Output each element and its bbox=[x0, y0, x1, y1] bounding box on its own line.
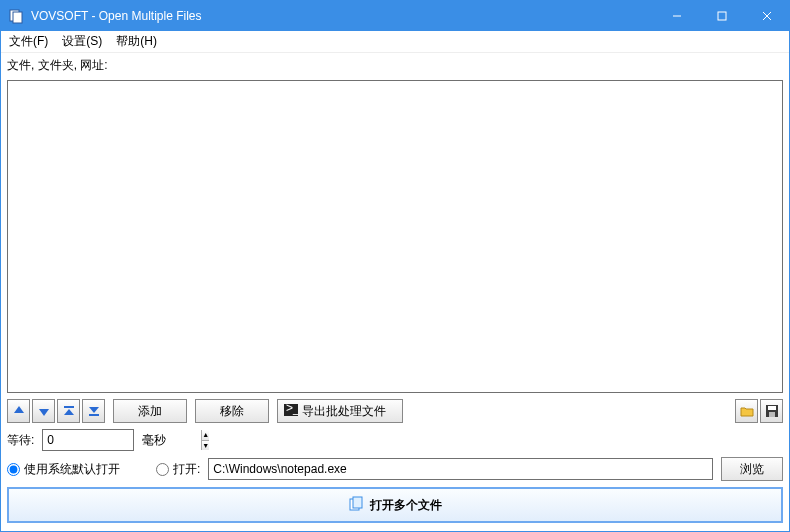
wait-label: 等待: bbox=[7, 432, 34, 449]
radio-open-with-input[interactable] bbox=[156, 463, 169, 476]
ms-label: 毫秒 bbox=[142, 432, 166, 449]
svg-rect-14 bbox=[353, 497, 362, 508]
remove-button[interactable]: 移除 bbox=[195, 399, 269, 423]
add-button[interactable]: 添加 bbox=[113, 399, 187, 423]
close-button[interactable] bbox=[744, 1, 789, 31]
move-top-button[interactable] bbox=[57, 399, 80, 423]
radio-use-default-input[interactable] bbox=[7, 463, 20, 476]
open-multiple-label: 打开多个文件 bbox=[370, 497, 442, 514]
svg-text:>_: >_ bbox=[286, 404, 298, 415]
radio-use-default[interactable]: 使用系统默认打开 bbox=[7, 461, 120, 478]
menu-help[interactable]: 帮助(H) bbox=[116, 33, 157, 50]
list-toolbar: 添加 移除 >_ 导出批处理文件 bbox=[7, 399, 783, 423]
minimize-button[interactable] bbox=[654, 1, 699, 31]
move-bottom-button[interactable] bbox=[82, 399, 105, 423]
export-batch-button[interactable]: >_ 导出批处理文件 bbox=[277, 399, 403, 423]
open-multiple-button[interactable]: 打开多个文件 bbox=[7, 487, 783, 523]
add-button-label: 添加 bbox=[138, 403, 162, 420]
export-batch-label: 导出批处理文件 bbox=[302, 403, 386, 420]
app-icon bbox=[9, 8, 25, 24]
wait-row: 等待: ▲ ▼ 毫秒 bbox=[7, 429, 783, 451]
window-controls bbox=[654, 1, 789, 31]
svg-rect-3 bbox=[718, 12, 726, 20]
spin-up-button[interactable]: ▲ bbox=[202, 430, 209, 441]
menu-file[interactable]: 文件(F) bbox=[9, 33, 48, 50]
radio-open-with-label: 打开: bbox=[173, 461, 200, 478]
open-list-button[interactable] bbox=[735, 399, 758, 423]
wait-input-wrapper: ▲ ▼ bbox=[42, 429, 134, 451]
move-up-button[interactable] bbox=[7, 399, 30, 423]
radio-open-with[interactable]: 打开: bbox=[156, 461, 200, 478]
svg-rect-11 bbox=[768, 406, 776, 410]
terminal-icon: >_ bbox=[284, 404, 298, 419]
radio-use-default-label: 使用系统默认打开 bbox=[24, 461, 120, 478]
files-icon bbox=[348, 496, 364, 515]
titlebar: VOVSOFT - Open Multiple Files bbox=[1, 1, 789, 31]
file-list[interactable] bbox=[7, 80, 783, 393]
open-path-input[interactable]: C:\Windows\notepad.exe bbox=[208, 458, 713, 480]
browse-button[interactable]: 浏览 bbox=[721, 457, 783, 481]
menubar: 文件(F) 设置(S) 帮助(H) bbox=[1, 31, 789, 53]
spin-down-button[interactable]: ▼ bbox=[202, 441, 209, 451]
remove-button-label: 移除 bbox=[220, 403, 244, 420]
window-title: VOVSOFT - Open Multiple Files bbox=[31, 9, 654, 23]
browse-button-label: 浏览 bbox=[740, 461, 764, 478]
svg-rect-12 bbox=[769, 412, 775, 417]
content-area: 文件, 文件夹, 网址: 添加 移除 >_ 导出批处理文件 等待: ▲ ▼ bbox=[1, 53, 789, 531]
move-down-button[interactable] bbox=[32, 399, 55, 423]
openwith-row: 使用系统默认打开 打开: C:\Windows\notepad.exe 浏览 bbox=[7, 457, 783, 481]
maximize-button[interactable] bbox=[699, 1, 744, 31]
svg-rect-1 bbox=[13, 12, 22, 23]
wait-input[interactable] bbox=[43, 430, 201, 450]
open-path-value: C:\Windows\notepad.exe bbox=[213, 462, 346, 476]
list-caption: 文件, 文件夹, 网址: bbox=[7, 57, 783, 74]
menu-settings[interactable]: 设置(S) bbox=[62, 33, 102, 50]
save-list-button[interactable] bbox=[760, 399, 783, 423]
wait-spinner: ▲ ▼ bbox=[201, 430, 209, 450]
